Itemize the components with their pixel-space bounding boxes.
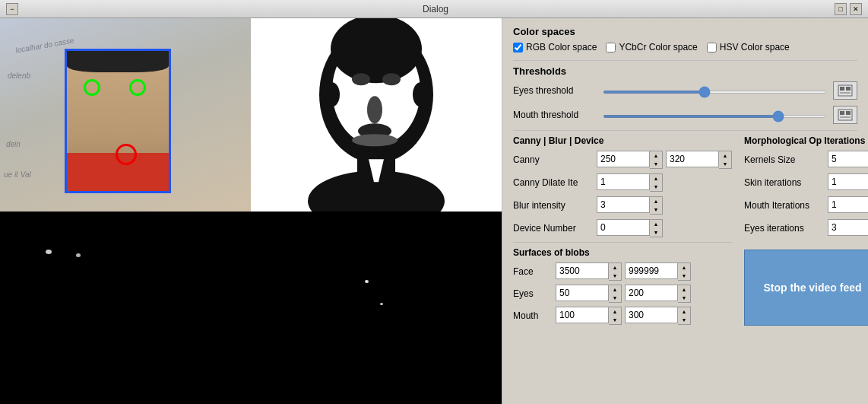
morphological-col: Morphological Op Iterations Kernels Size… (744, 135, 868, 329)
video-area: localhar do casse delenb dein ue it Val (0, 18, 502, 404)
face-detection-box (65, 49, 171, 193)
mouth-up2[interactable]: ▲ (678, 307, 690, 316)
kernels-row: Kernels Size ▲ ▼ (744, 151, 868, 169)
svg-rect-21 (846, 111, 851, 115)
mouth-down1[interactable]: ▼ (609, 316, 621, 324)
eyes-down2[interactable]: ▼ (678, 294, 690, 302)
mouth-buttons1: ▲ ▼ (609, 307, 622, 325)
morpho-title: Morphological Op Iterations (744, 135, 868, 146)
mouth-threshold-label: Mouth threshold (513, 110, 597, 120)
svg-rect-16 (840, 87, 844, 91)
eyes-iter-label: Eyes iterations (744, 223, 828, 234)
face-silhouette (251, 18, 502, 212)
eyes-iter-input[interactable] (828, 219, 868, 236)
mouth-threshold-icon (833, 106, 857, 124)
minimize-button[interactable]: − (6, 3, 18, 15)
canny-dilate-buttons: ▲ ▼ (650, 173, 663, 192)
canny-down2[interactable]: ▼ (719, 160, 731, 168)
canny-spinboxes: ▲ ▼ ▲ ▼ (597, 151, 732, 169)
ycbcr-checkbox[interactable] (606, 43, 616, 52)
rgb-checkbox[interactable] (513, 43, 523, 52)
face-down2[interactable]: ▼ (678, 272, 690, 280)
svg-point-11 (325, 82, 340, 107)
svg-point-8 (367, 96, 382, 123)
svg-rect-20 (840, 111, 844, 115)
face-up2[interactable]: ▲ (678, 263, 690, 272)
eyes-threshold-track (603, 85, 827, 96)
canny-down1[interactable]: ▼ (650, 160, 662, 168)
eyes-input2[interactable] (625, 285, 678, 301)
device-label: Device Number (513, 223, 597, 234)
mouth-buttons2: ▲ ▼ (678, 307, 691, 325)
blur-down[interactable]: ▼ (650, 205, 662, 214)
ycbcr-checkbox-item[interactable]: YCbCr Color space (606, 42, 697, 52)
color-spaces-title: Color spaces (513, 26, 857, 37)
face-up1[interactable]: ▲ (609, 263, 621, 272)
canny-dilate-up[interactable]: ▲ (650, 174, 662, 183)
canny-up1[interactable]: ▲ (650, 151, 662, 160)
device-input[interactable] (597, 219, 650, 236)
kernels-label: Kernels Size (744, 154, 828, 165)
mouth-surface-row: Mouth ▲ ▼ ▲ (513, 307, 732, 325)
blur-up[interactable]: ▲ (650, 197, 662, 205)
eyes-spinbox2: ▲ ▼ (625, 285, 691, 303)
divider-1 (513, 60, 857, 61)
eyes-iter-row: Eyes iterations ▲ ▼ (744, 219, 868, 237)
mouth-threshold-slider[interactable] (603, 115, 827, 118)
maximize-button[interactable]: □ (835, 3, 847, 15)
mouth-iter-input[interactable] (828, 196, 868, 213)
video-panel-bottom-left (0, 212, 251, 405)
video-panel-bottom-right (251, 212, 502, 405)
skin-iter-input[interactable] (828, 173, 868, 190)
blur-input[interactable] (597, 196, 650, 213)
face-input2[interactable] (625, 262, 678, 279)
surfaces-title: Surfaces of blobs (513, 247, 732, 258)
close-button[interactable]: ✕ (850, 3, 862, 15)
hsv-label: HSV Color space (720, 42, 790, 52)
video-panel-face: localhar do casse delenb dein ue it Val (0, 18, 251, 212)
kernels-input[interactable] (828, 151, 868, 167)
stop-video-button[interactable]: Stop the video feed (744, 250, 868, 326)
color-spaces-row: RGB Color space YCbCr Color space HSV Co… (513, 42, 857, 52)
canny-up2[interactable]: ▲ (719, 151, 731, 160)
hsv-checkbox[interactable] (707, 43, 717, 52)
dialog-title: Dialog (36, 4, 835, 14)
face-surface-row: Face ▲ ▼ ▲ (513, 262, 732, 281)
main-content: localhar do casse delenb dein ue it Val (0, 18, 868, 404)
canny-row: Canny ▲ ▼ ▲ (513, 151, 732, 169)
svg-point-12 (413, 82, 428, 107)
skin-iter-row: Skin iterations ▲ ▼ (744, 173, 868, 192)
svg-point-10 (352, 134, 398, 146)
mouth-spinbox2: ▲ ▼ (625, 307, 691, 325)
eyes-threshold-label: Eyes threshold (513, 85, 597, 96)
mouth-up1[interactable]: ▲ (609, 307, 621, 316)
svg-point-7 (382, 73, 401, 85)
canny-input1[interactable] (597, 151, 650, 167)
eyes-threshold-slider[interactable] (603, 91, 827, 94)
eyes-iter-spinbox: ▲ ▼ (828, 219, 868, 237)
canny-dilate-row: Canny Dilate Ite ▲ ▼ (513, 173, 732, 192)
mouth-down2[interactable]: ▼ (678, 316, 690, 324)
eyes-down1[interactable]: ▼ (609, 294, 621, 302)
device-down[interactable]: ▼ (650, 228, 662, 237)
face-input1[interactable] (556, 262, 609, 279)
blur-buttons: ▲ ▼ (650, 196, 663, 215)
eyes-up2[interactable]: ▲ (678, 285, 690, 294)
blur-spinbox: ▲ ▼ (597, 196, 663, 215)
canny-input2[interactable] (666, 151, 719, 167)
eyes-buttons1: ▲ ▼ (609, 285, 622, 303)
eyes-threshold-row: Eyes threshold (513, 81, 857, 100)
rgb-label: RGB Color space (526, 42, 597, 52)
canny-dilate-label: Canny Dilate Ite (513, 177, 597, 188)
hsv-checkbox-item[interactable]: HSV Color space (707, 42, 790, 52)
rgb-checkbox-item[interactable]: RGB Color space (513, 42, 597, 52)
canny-dilate-input[interactable] (597, 173, 650, 190)
device-up[interactable]: ▲ (650, 220, 662, 228)
eyes-up1[interactable]: ▲ (609, 285, 621, 294)
mouth-input2[interactable] (625, 307, 678, 323)
face-down1[interactable]: ▼ (609, 272, 621, 280)
canny-dilate-down[interactable]: ▼ (650, 183, 662, 191)
title-bar: − Dialog □ ✕ (0, 0, 868, 18)
eyes-input1[interactable] (556, 285, 609, 301)
mouth-input1[interactable] (556, 307, 609, 323)
